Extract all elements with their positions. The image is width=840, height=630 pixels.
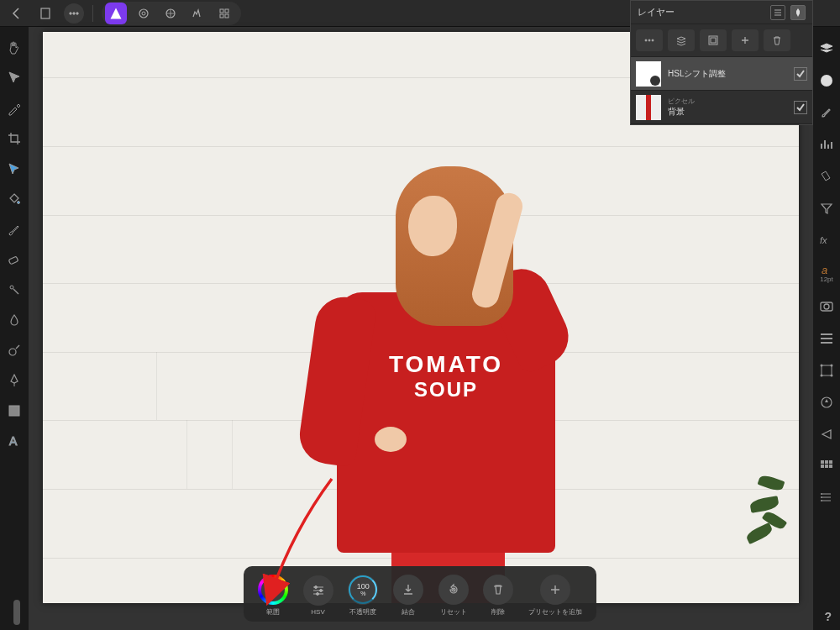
svg-point-1 <box>70 12 71 13</box>
develop-persona-icon[interactable] <box>160 3 181 24</box>
svg-point-31 <box>831 375 833 377</box>
opacity-ring-icon: 100% <box>348 575 378 605</box>
text-tool-icon[interactable]: A <box>5 432 24 450</box>
plant-decoration <box>733 469 792 553</box>
adj-label: 結合 <box>402 607 415 617</box>
adj-label: 不透明度 <box>349 607 376 617</box>
layer-stack-icon[interactable] <box>668 29 695 51</box>
color-picker-tool-icon[interactable] <box>5 99 24 118</box>
studio-navigate-icon[interactable] <box>818 394 835 411</box>
svg-rect-34 <box>825 460 828 464</box>
svg-point-2 <box>73 12 75 13</box>
layers-pin-icon[interactable] <box>790 5 806 20</box>
svg-point-44 <box>316 593 318 596</box>
hand-tool-icon[interactable] <box>5 39 24 57</box>
studio-brush-icon[interactable] <box>818 104 835 121</box>
layer-visibility-checkbox[interactable] <box>794 101 807 114</box>
layer-delete-icon[interactable] <box>764 29 790 51</box>
svg-rect-12 <box>8 256 18 265</box>
studio-text-icon[interactable]: a 12pt <box>818 264 835 283</box>
export-persona-icon[interactable] <box>214 3 234 24</box>
svg-point-22 <box>821 75 832 87</box>
layers-toolbar <box>631 24 812 57</box>
svg-point-3 <box>76 12 78 13</box>
studio-fx-icon[interactable]: fx <box>818 232 835 249</box>
layer-mask-icon[interactable] <box>700 29 727 51</box>
svg-text:fx: fx <box>820 235 827 245</box>
layers-list-view-icon[interactable] <box>770 5 785 20</box>
smudge-tool-icon[interactable] <box>5 311 24 329</box>
layer-add-icon[interactable] <box>732 29 759 51</box>
layer-name-label: 背景 <box>668 106 787 118</box>
svg-rect-38 <box>829 465 832 468</box>
svg-point-13 <box>10 286 13 289</box>
svg-rect-10 <box>225 14 228 18</box>
adj-range-button[interactable]: 範囲 <box>258 575 288 617</box>
svg-point-14 <box>9 349 16 355</box>
studio-stock-icon[interactable] <box>818 298 835 315</box>
left-toolbar: A <box>0 27 29 630</box>
document-icon[interactable] <box>35 3 55 24</box>
studio-histogram-icon[interactable] <box>818 136 835 153</box>
layers-panel: レイヤー HSLシフト調整 ピクセル 背景 <box>630 0 813 125</box>
separator <box>92 5 93 22</box>
help-button[interactable]: ? <box>824 610 832 623</box>
hsv-icon <box>303 575 333 606</box>
adj-merge-button[interactable]: 結合 <box>393 575 423 617</box>
layer-visibility-checkbox[interactable] <box>794 67 807 81</box>
studio-transform-icon[interactable] <box>818 362 835 379</box>
flood-tool-icon[interactable] <box>5 190 24 208</box>
layer-row[interactable]: HSLシフト調整 <box>631 57 812 91</box>
delete-icon <box>483 575 513 605</box>
color-wheel-icon <box>258 575 288 605</box>
adj-opacity-button[interactable]: 100%不透明度 <box>348 575 378 617</box>
svg-rect-7 <box>220 9 223 13</box>
move-tool-icon[interactable] <box>5 69 24 87</box>
svg-text:A: A <box>9 434 18 448</box>
studio-history-icon[interactable] <box>818 426 835 443</box>
svg-point-41 <box>821 500 822 501</box>
layer-options-icon[interactable] <box>636 29 663 51</box>
liquify-persona-icon[interactable] <box>134 3 154 24</box>
svg-rect-35 <box>829 460 832 464</box>
brush-tool-icon[interactable] <box>5 220 24 239</box>
app-logo-icon <box>105 3 127 24</box>
studio-channels-icon[interactable] <box>818 330 835 347</box>
crop-tool-icon[interactable] <box>5 129 24 148</box>
layers-title: レイヤー <box>638 6 675 18</box>
layer-row[interactable]: ピクセル 背景 <box>631 91 812 124</box>
svg-rect-9 <box>220 14 223 18</box>
svg-point-39 <box>821 493 822 495</box>
studio-color-icon[interactable] <box>818 72 835 89</box>
shape-tool-icon[interactable] <box>5 402 24 420</box>
erase-tool-icon[interactable] <box>5 250 24 269</box>
layer-thumbnail <box>636 95 661 120</box>
adj-label: HSV <box>311 608 324 616</box>
person: TOMATO SOUP <box>312 166 572 603</box>
adj-hsv-button[interactable]: HSV <box>303 575 333 616</box>
svg-point-4 <box>139 9 148 18</box>
clone-tool-icon[interactable] <box>5 281 24 299</box>
adj-preset-button[interactable]: プリセットを追加 <box>528 575 582 617</box>
scrollbar-thumb[interactable] <box>13 600 20 625</box>
back-icon[interactable] <box>7 3 27 24</box>
svg-rect-33 <box>821 460 824 464</box>
pen-tool-icon[interactable] <box>5 371 24 390</box>
studio-macros-icon[interactable] <box>818 490 835 507</box>
selection-tool-icon[interactable] <box>5 160 24 178</box>
more-icon[interactable] <box>64 3 84 24</box>
merge-icon <box>393 575 423 605</box>
studio-layers-icon[interactable] <box>818 40 835 57</box>
adj-delete-button[interactable]: 削除 <box>483 575 513 617</box>
studio-swatches-icon[interactable] <box>818 458 835 475</box>
tone-map-persona-icon[interactable] <box>187 3 207 24</box>
adj-label: 範囲 <box>266 607 280 617</box>
adj-reset-button[interactable]: リセット <box>438 575 469 617</box>
studio-filter-icon[interactable] <box>818 200 835 217</box>
dodge-tool-icon[interactable] <box>5 341 24 360</box>
svg-rect-21 <box>711 38 716 43</box>
persona-switcher[interactable] <box>102 2 241 25</box>
adj-label: 削除 <box>491 607 505 617</box>
studio-adjust-icon[interactable] <box>818 168 835 185</box>
adj-label: プリセットを追加 <box>528 607 582 617</box>
